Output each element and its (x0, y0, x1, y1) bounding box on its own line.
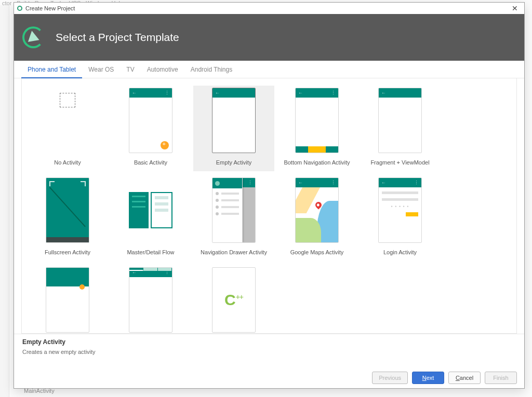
template-scrolling-activity[interactable]: Scrolling Activity (27, 265, 108, 334)
template-empty-activity[interactable]: Empty Activity (193, 86, 274, 171)
dialog-banner: Select a Project Template (14, 14, 524, 61)
template-master-detail-flow[interactable]: Master/Detail Flow (110, 175, 191, 261)
tab-android-things[interactable]: Android Things (184, 61, 239, 78)
tab-phone-and-tablet[interactable]: Phone and Tablet (21, 61, 82, 78)
create-project-dialog: Create New Project ✕ Select a Project Te… (14, 2, 525, 389)
tab-tv[interactable]: TV (120, 61, 140, 78)
description-title: Empty Activity (22, 338, 516, 346)
previous-button[interactable]: Previous (372, 372, 408, 384)
template-no-activity[interactable]: No Activity (27, 86, 108, 171)
cancel-button[interactable]: Cancel (448, 372, 481, 384)
template-google-maps[interactable]: Google Maps Activity (276, 175, 357, 261)
ide-gutter (0, 5, 9, 397)
template-fullscreen-activity[interactable]: Fullscreen Activity (27, 175, 108, 261)
template-navigation-drawer[interactable]: Navigation Drawer Activity (193, 175, 274, 261)
next-button[interactable]: Next (412, 372, 444, 384)
template-tabbed-activity[interactable]: Tabbed Activity (110, 265, 191, 334)
template-fragment-viewmodel[interactable]: Fragment + ViewModel (360, 86, 441, 171)
template-gallery: No Activity Basic Activity Empty Activit… (22, 86, 516, 334)
close-icon[interactable]: ✕ (509, 4, 521, 12)
banner-title: Select a Project Template (56, 31, 179, 44)
template-description: Empty Activity Creates a new empty activ… (14, 334, 524, 365)
tab-wear-os[interactable]: Wear OS (82, 61, 120, 78)
template-login-activity[interactable]: • • • • • Login Activity (360, 175, 441, 261)
platform-tabs: Phone and Tablet Wear OS TV Automotive A… (14, 61, 524, 78)
dialog-titlebar: Create New Project ✕ (14, 3, 524, 14)
dialog-footer: Previous Next Cancel Finish (372, 372, 517, 384)
template-native-cpp[interactable]: C++ Native C++ (193, 265, 274, 334)
tab-automotive[interactable]: Automotive (141, 61, 184, 78)
description-subtitle: Creates a new empty activity (22, 349, 516, 355)
android-studio-icon (17, 6, 22, 11)
dialog-title: Create New Project (25, 5, 75, 11)
template-basic-activity[interactable]: Basic Activity (110, 86, 191, 171)
android-studio-logo-icon (22, 26, 44, 48)
finish-button[interactable]: Finish (485, 372, 517, 384)
template-bottom-navigation[interactable]: Bottom Navigation Activity (276, 86, 357, 171)
